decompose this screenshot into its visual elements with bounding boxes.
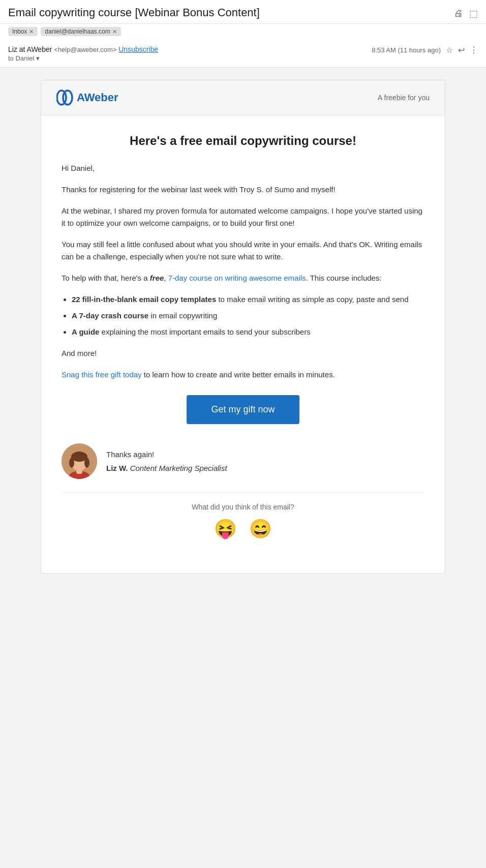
aweber-header: AWeber A freebie for you [41,80,445,115]
email-card: AWeber A freebie for you Here's a free e… [41,80,445,574]
course-features-list: 22 fill-in-the-blank email copy template… [72,293,424,338]
sender-row: Liz at AWeber <help@aweber.com> Unsubscr… [0,40,486,68]
sender-meta-right: 8:53 AM (11 hours ago) ☆ ↩ ⋮ [372,45,478,55]
sender-email: <help@aweber.com> [54,46,116,53]
feedback-question: What did you think of this email? [62,503,424,511]
dislike-emoji-button[interactable]: 😝 [214,518,237,540]
header-icons: 🖨 ⬚ [454,8,478,19]
sender-name-line: Liz at AWeber <help@aweber.com> Unsubscr… [8,45,158,53]
svg-point-8 [84,458,89,468]
dislike-emoji: 😝 [214,518,237,539]
list-item-3: A guide explaining the most important em… [72,326,424,338]
email-greeting: Hi Daniel, [62,162,424,174]
free-word: free [150,274,164,282]
svg-point-1 [63,91,72,105]
list-item-3-bold: A guide [72,327,99,336]
reply-icon[interactable]: ↩ [458,45,465,55]
sender-info: Liz at AWeber <help@aweber.com> Unsubscr… [8,45,158,62]
signature-name: Liz W. [106,464,128,472]
list-item-2-rest: in email copywriting [148,311,217,320]
and-more: And more! [62,347,424,360]
signature-title: Content Marketing Specialist [130,464,227,472]
print-icon[interactable]: 🖨 [454,8,463,19]
aweber-tagline: A freebie for you [378,94,430,102]
cta-wrapper: Get my gift now [62,395,424,424]
signature-text: Thanks again! Liz W. Content Marketing S… [106,447,227,475]
inbox-tag-close[interactable]: ✕ [29,28,34,35]
course-link[interactable]: 7-day course on writing awesome emails [168,274,306,282]
like-emoji-button[interactable]: 😄 [249,518,272,540]
email-content: Here's a free email copywriting course! … [41,115,445,573]
thanks-again: Thanks again! [106,447,227,461]
avatar [62,443,97,479]
course-intro-text: To help with that, here's a [62,274,150,282]
snag-paragraph: Snag this free gift today to learn how t… [62,369,424,381]
email-tag[interactable]: daniel@danielhaas.com ✕ [41,27,120,36]
open-external-icon[interactable]: ⬚ [469,8,478,19]
email-headline: Here's a free email copywriting course! [62,134,424,148]
list-item-2-bold: A 7-day crash course [72,311,148,320]
email-subject: Email copywriting course [Webinar Bonus … [8,6,260,19]
email-timestamp: 8:53 AM (11 hours ago) [372,46,441,54]
email-tag-close[interactable]: ✕ [112,28,117,35]
signature-name-title: Liz W. Content Marketing Specialist [106,461,227,475]
sender-display-name: Liz at AWeber [8,45,52,53]
tags-row: Inbox ✕ daniel@danielhaas.com ✕ [0,24,486,40]
list-item-3-rest: explaining the most important emails to … [99,327,310,336]
inbox-tag-label: Inbox [12,28,27,35]
email-para-2: At the webinar, I shared my proven formu… [62,205,424,229]
email-header-bar: Email copywriting course [Webinar Bonus … [0,0,486,24]
list-item-1: 22 fill-in-the-blank email copy template… [72,293,424,306]
avatar-image [62,443,97,479]
cta-button[interactable]: Get my gift now [187,395,299,424]
inbox-tag[interactable]: Inbox ✕ [8,27,38,36]
star-icon[interactable]: ☆ [446,45,453,55]
chevron-down-icon: ▾ [36,54,40,62]
snag-suffix: to learn how to create and write better … [142,370,335,379]
aweber-logo-text: AWeber [77,91,118,104]
feedback-section: What did you think of this email? 😝 😄 [62,492,424,555]
sender-to[interactable]: to Daniel ▾ [8,54,158,62]
email-course-intro: To help with that, here's a free, 7-day … [62,272,424,284]
unsubscribe-link[interactable]: Unsubscribe [118,45,158,53]
like-emoji: 😄 [249,518,272,539]
list-item-2: A 7-day crash course in email copywritin… [72,310,424,322]
snag-link[interactable]: Snag this free gift today [62,370,142,379]
email-tag-label: daniel@danielhaas.com [45,28,110,35]
email-para-3: You may still feel a little confused abo… [62,238,424,263]
sender-action-icons: ☆ ↩ ⋮ [446,45,478,55]
emoji-row: 😝 😄 [62,518,424,540]
course-link-suffix: . This course includes: [306,274,382,282]
email-body-outer: AWeber A freebie for you Here's a free e… [0,68,486,586]
more-options-icon[interactable]: ⋮ [470,45,478,55]
aweber-logo-icon [56,88,75,107]
list-item-1-bold: 22 fill-in-the-blank email copy template… [72,295,216,304]
email-para-1: Thanks for registering for the webinar l… [62,184,424,196]
signature-row: Thanks again! Liz W. Content Marketing S… [62,438,424,487]
aweber-logo: AWeber [56,88,118,107]
svg-point-7 [69,458,74,468]
list-item-1-rest: to make email writing as simple as copy,… [216,295,408,304]
